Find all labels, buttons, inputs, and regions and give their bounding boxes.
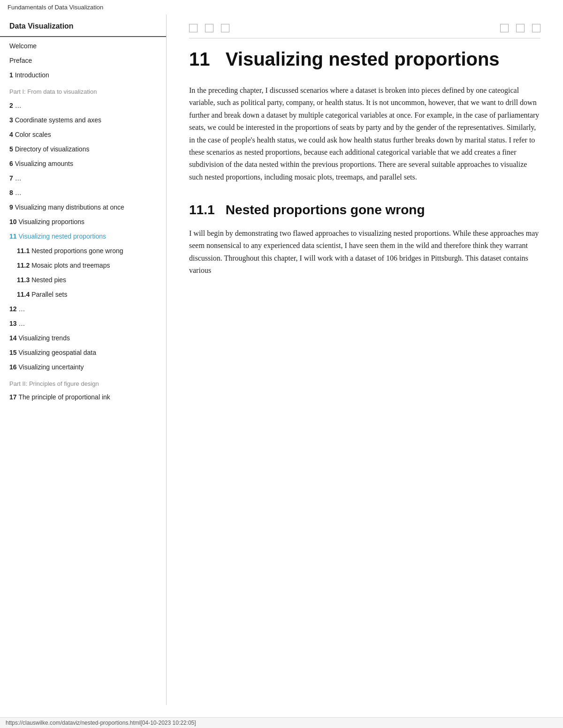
sidebar-item-num: 2 [9, 102, 15, 109]
chapter-title-text: Visualizing nested proportions [226, 49, 500, 69]
sidebar-item-label: Mosaic plots and treemaps [31, 262, 110, 269]
sidebar-item-ch16[interactable]: 16 Visualizing uncertainty [0, 360, 166, 375]
chapter-number: 11 [189, 49, 210, 69]
sidebar-item-num: 15 [9, 349, 18, 356]
sidebar-item-ch12[interactable]: 12 … [0, 302, 166, 316]
sidebar-item-num: 14 [9, 334, 18, 342]
sidebar-item-label: Visualizing uncertainty [18, 363, 84, 371]
sidebar-item-ch4[interactable]: 4 Color scales [0, 128, 166, 142]
sidebar-item-ch14[interactable]: 14 Visualizing trends [0, 331, 166, 345]
sidebar-item-welcome[interactable]: Welcome [0, 39, 166, 53]
sidebar-item-label: … [15, 102, 22, 109]
sidebar-item-ch2[interactable]: 2 … [0, 98, 166, 113]
toolbar-icon-3[interactable] [221, 24, 229, 32]
chapter-title: 11 Visualizing nested proportions [189, 48, 540, 70]
main-content: 11 Visualizing nested proportions In the… [167, 15, 563, 705]
toolbar-icon-6[interactable] [532, 24, 540, 32]
section-11-1-num: 11.1 [189, 203, 215, 217]
sidebar-item-ch6[interactable]: 6 Visualizing amounts [0, 157, 166, 171]
sidebar-item-ch13[interactable]: 13 … [0, 316, 166, 331]
sidebar-item-preface[interactable]: Preface [0, 53, 166, 68]
sidebar-item-num: 11.3 [17, 276, 31, 284]
sidebar-item-ch1[interactable]: 1 Introduction [0, 68, 166, 83]
sidebar-item-ch11[interactable]: 11 Visualizing nested proportions [0, 229, 166, 244]
intro-paragraph: In the preceding chapter, I discussed sc… [189, 84, 540, 183]
sidebar-item-ch15[interactable]: 15 Visualizing geospatial data [0, 345, 166, 360]
sidebar-item-num: 8 [9, 189, 15, 196]
sidebar-item-label: Coordinate systems and axes [15, 116, 101, 124]
sidebar-item-ch17[interactable]: 17 The principle of proportional ink [0, 390, 166, 405]
sidebar-item-label: Introduction [15, 71, 49, 79]
sidebar-item-ch5[interactable]: 5 Directory of visualizations [0, 142, 166, 157]
sidebar-item-num: 1 [9, 71, 15, 79]
sidebar-item-ch11_2[interactable]: 11.2 Mosaic plots and treemaps [0, 258, 166, 273]
sidebar-item-label: … [15, 174, 22, 182]
toolbar-icon-2[interactable] [205, 24, 213, 32]
sidebar-item-num: 17 [9, 393, 18, 401]
layout: Data Visualization WelcomePreface1 Intro… [0, 15, 563, 705]
sidebar-item-label: Color scales [15, 131, 51, 138]
toolbar-icon-4[interactable] [500, 24, 509, 32]
sidebar-item-label: Visualizing nested proportions [18, 233, 106, 240]
sidebar-item-label: Parallel sets [31, 291, 67, 298]
sidebar-item-label: Visualizing trends [18, 334, 69, 342]
toolbar-right [500, 24, 540, 32]
sidebar-items-container: WelcomePreface1 IntroductionPart I: From… [0, 39, 166, 405]
sidebar-item-ch3[interactable]: 3 Coordinate systems and axes [0, 113, 166, 128]
sidebar-item-num: 4 [9, 131, 15, 138]
sidebar-item-num: 13 [9, 320, 18, 327]
sidebar-item-num: 11.4 [17, 291, 31, 298]
sidebar-item-num: 11.1 [17, 247, 31, 255]
section-11-1-title: Nested proportions gone wrong [226, 203, 425, 217]
sidebar-item-ch11_3[interactable]: 11.3 Nested pies [0, 273, 166, 287]
sidebar-item-ch8[interactable]: 8 … [0, 186, 166, 200]
sidebar-item-label: … [18, 305, 25, 313]
sidebar-item-num: 11.2 [17, 262, 31, 269]
status-bar: https://clauswilke.com/dataviz/nested-pr… [0, 717, 563, 728]
sidebar-item-label: Visualizing geospatial data [18, 349, 96, 356]
toolbar-row [189, 24, 540, 38]
sidebar-item-num: 5 [9, 145, 15, 153]
sidebar-title: Data Visualization [0, 15, 166, 37]
sidebar-item-label: … [15, 189, 22, 196]
sidebar-item-num: 12 [9, 305, 18, 313]
sidebar-item-num: 7 [9, 174, 15, 182]
sidebar-item-label: … [18, 320, 25, 327]
sidebar-item-ch7[interactable]: 7 … [0, 171, 166, 186]
sidebar-item-ch11_4[interactable]: 11.4 Parallel sets [0, 287, 166, 302]
sidebar-item-num: 9 [9, 203, 15, 211]
sidebar-item-label: Visualizing many distributions at once [15, 203, 124, 211]
top-bar: Fundamentals of Data Visualization [0, 0, 563, 15]
sidebar-item-ch9[interactable]: 9 Visualizing many distributions at once [0, 200, 166, 215]
sidebar-item-label: Directory of visualizations [15, 145, 90, 153]
toolbar-icon-1[interactable] [189, 24, 198, 32]
toolbar-icon-5[interactable] [516, 24, 525, 32]
sidebar-item-part1[interactable]: Part I: From data to visualization [0, 83, 166, 98]
sidebar-item-ch11_1[interactable]: 11.1 Nested proportions gone wrong [0, 244, 166, 258]
sidebar-item-num: 3 [9, 116, 15, 124]
sidebar-item-label: Visualizing proportions [18, 218, 84, 225]
sidebar: Data Visualization WelcomePreface1 Intro… [0, 15, 167, 705]
sidebar-item-num: 11 [9, 233, 18, 240]
sidebar-item-label: The principle of proportional ink [18, 393, 110, 401]
section-11-1-text: I will begin by demonstrating two flawed… [189, 227, 540, 277]
sidebar-item-num: 6 [9, 160, 15, 167]
toolbar-left [189, 24, 229, 32]
sidebar-item-label: Visualizing amounts [15, 160, 73, 167]
sidebar-item-num: 10 [9, 218, 18, 225]
sidebar-item-label: Nested proportions gone wrong [31, 247, 123, 255]
sidebar-item-num: 16 [9, 363, 18, 371]
sidebar-item-label: Nested pies [31, 276, 66, 284]
app-title: Fundamentals of Data Visualization [8, 4, 103, 11]
section-11-1-heading: 11.1 Nested proportions gone wrong [189, 202, 540, 218]
sidebar-item-part2[interactable]: Part II: Principles of figure design [0, 375, 166, 390]
sidebar-item-ch10[interactable]: 10 Visualizing proportions [0, 215, 166, 229]
status-url: https://clauswilke.com/dataviz/nested-pr… [6, 720, 196, 726]
